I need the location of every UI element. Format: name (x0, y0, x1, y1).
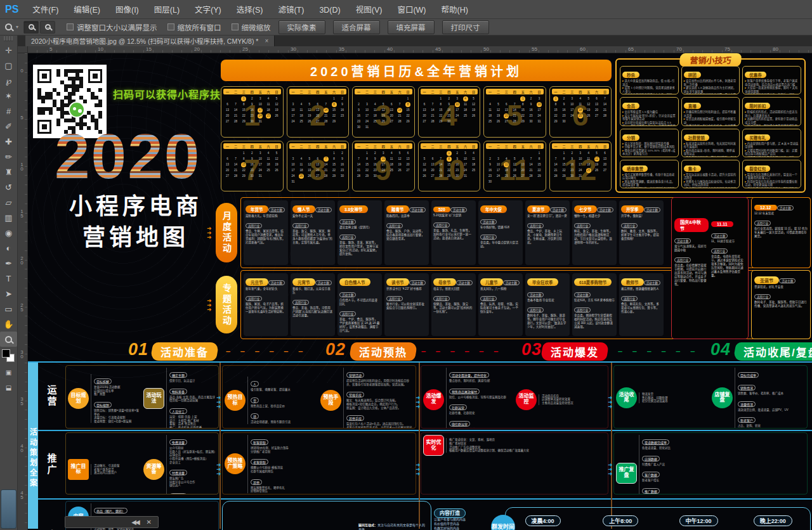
dodge-tool[interactable]: ◐ (0, 240, 17, 255)
option-button[interactable]: 实际像素 (278, 20, 325, 34)
tool-preset-caret-icon[interactable]: ▾ (16, 24, 18, 30)
month-days: 1234567891011121314151617181920212223242… (421, 96, 478, 124)
tip-bullet: ▸ 设立专属权益“积分+折扣”，针对会员设置等级专属营销活动 (622, 114, 676, 121)
zoom-in-button[interactable]: + (23, 21, 39, 34)
checkbox[interactable] (232, 23, 239, 30)
lasso-tool[interactable]: ℘ (0, 73, 17, 88)
pen-tool[interactable]: ✒ (0, 255, 17, 271)
day-cell: 15 (330, 107, 338, 113)
day-cell: 30 (248, 119, 256, 124)
checkbox[interactable] (167, 23, 174, 30)
weekday-label: 四 (513, 89, 516, 94)
menu-item[interactable]: 图层(L) (147, 6, 187, 15)
calendar-month: 一二三四五六日812345678910111213141516171819202… (287, 141, 350, 192)
mindmap-branch: 推广渠道优化：文案、素材、落地页推广素材优化活动推广广告位调整优化根据用户数据反… (449, 438, 606, 453)
zoom-tool[interactable] (0, 332, 17, 347)
tip-bullet: ▸ 开播前预告倒计时和利益点，提前不断蓄水造势 (684, 110, 738, 117)
branch-label: 货 (251, 398, 259, 403)
hand-tool[interactable]: ✋ (0, 316, 17, 332)
option-button[interactable]: 适合屏幕 (333, 20, 380, 34)
day-cell: 24 (256, 167, 265, 173)
checkbox[interactable] (67, 23, 74, 30)
brush-tool[interactable]: ✏ (0, 149, 17, 164)
menu-item[interactable]: 3D(D) (311, 6, 348, 15)
day-cell: 11 (388, 156, 396, 162)
row-label: 运营 (38, 363, 65, 430)
content-build: 内容打造让客户有参与感的内容有价值的干货内容有趣又好玩的内容紧贴社会热点内容 (434, 506, 500, 530)
day-cell: 18 (461, 107, 469, 113)
theme-key: 活动主题 (315, 280, 332, 285)
quick-mask-button[interactable]: ▣ (0, 365, 17, 380)
day-cell: 16 (527, 107, 535, 113)
crop-tool[interactable]: # (0, 103, 17, 119)
mindmap-branch: 老客获取唤醒公众号粉丝·模板消息社群专属福利预告 (251, 455, 414, 473)
theme-text: 双节气氛浓厚天，花好月圆迎中秋 (674, 245, 709, 252)
magic-wand-tool[interactable]: ✶ (0, 88, 17, 103)
day-cell: 8 (519, 101, 527, 107)
photoshop-window: PS 文件(F)编辑(E)图像(I)图层(L)文字(Y)选择(S)滤镜(T)3D… (0, 0, 812, 530)
option-checkbox-group: 调整窗口大小以满屏显示 (56, 22, 157, 32)
menu-item[interactable]: 编辑(E) (66, 6, 108, 15)
type-tool[interactable]: T (0, 271, 17, 286)
gradient-tool[interactable]: ▥ (0, 210, 17, 225)
planning-cell: 活动爆发活动全面放量，提升转化整点秒杀、限时折扣、满减/包邮预售商品尾款催付短信… (421, 365, 608, 429)
document-canvas[interactable]: 扫码可以获得小程序扶持 2020 小程序电商 营销地图 2020营销日历&全年营… (28, 53, 812, 530)
color-swatches[interactable] (0, 348, 17, 365)
weekday-label: 六 (530, 144, 533, 148)
screen-mode-button[interactable]: ⬓ (0, 380, 17, 395)
calendar-month: 一二三四五六日111234567891011121314151617181920… (483, 141, 546, 192)
calendar-weekday-row: 一二三四五六日 (223, 89, 281, 94)
vertical-ruler[interactable]: 051 01 52 02 53 03 54 04 5 (18, 53, 28, 530)
day-cell: 19 (494, 113, 502, 119)
option-button[interactable]: 填充屏幕 (388, 20, 435, 34)
menu-item[interactable]: 文字(Y) (187, 6, 229, 15)
menu-item[interactable]: 窗口(W) (390, 6, 433, 15)
event-card: 元旦节活动主题新年新气象，全年好彩头适用行业服饰、家居、电子产品等，抓住用户跨年… (244, 273, 288, 336)
panel-grip[interactable] (4, 36, 13, 41)
content-build-item: 让客户有参与感的内容 (434, 517, 500, 522)
weekday-label: 六 (267, 89, 270, 94)
blur-tool[interactable]: ◉ (0, 225, 17, 240)
day-cell: 26 (469, 113, 478, 119)
weekday-label: 二 (365, 144, 369, 148)
path-select-tool[interactable]: ➤ (0, 286, 17, 301)
history-brush-tool[interactable]: ↺ (0, 179, 17, 195)
theme-key: 活动主题 (527, 292, 544, 297)
option-button[interactable]: 打印尺寸 (442, 20, 489, 34)
tab-close-icon[interactable]: × (265, 37, 268, 44)
menu-item[interactable]: 视图(V) (348, 6, 390, 15)
theme-text: 遇见女神之魅（促销月） (339, 226, 380, 229)
menu-item[interactable]: 图像(I) (108, 6, 147, 15)
day-cell: 9 (355, 107, 363, 113)
theme-key: 活动主题 (456, 280, 473, 285)
row-label-text: 运营 (45, 385, 58, 408)
close-icon[interactable]: ✕ (147, 519, 152, 526)
foreground-color-swatch[interactable] (2, 349, 10, 358)
move-tool[interactable]: ✛ (0, 42, 17, 58)
menu-item[interactable]: 帮助(H) (434, 6, 476, 15)
collapse-icon[interactable]: ◀◀ (131, 519, 138, 526)
day-cell: 19 (305, 167, 313, 173)
horizontal-ruler[interactable]: 5101520253035404550556065707580 (18, 46, 812, 53)
healing-brush-tool[interactable]: ✚ (0, 134, 17, 149)
mindmap-group: 活动收尾物流发货售后跟进、问题处理积分兑换活动或返场 (616, 368, 709, 428)
shape-tool[interactable]: ▭ (0, 301, 17, 316)
marquee-tool[interactable]: ▢ (0, 58, 17, 73)
menu-item[interactable]: 文件(F) (25, 6, 66, 15)
zoom-out-button[interactable]: − (40, 21, 55, 34)
day-cell: 25 (469, 167, 478, 173)
day-cell: 29 (330, 119, 338, 124)
clone-stamp-tool[interactable]: ♜ (0, 164, 17, 179)
day-cell: 21 (322, 167, 330, 173)
tip-bullet: ▸ 利用好裂变红包和商品分享券的双重拉新活动，转化更直接可观 (745, 180, 799, 187)
menu-item[interactable]: 滤镜(T) (270, 6, 311, 15)
mindmap-branch: 物流发货售后跟进、问题处理积分兑换活动或返场 (642, 392, 709, 403)
eyedropper-tool[interactable]: ✐ (0, 119, 17, 134)
tip-label: 裂变红包 (745, 165, 770, 172)
eraser-tool[interactable]: ▱ (0, 195, 17, 210)
document-tab[interactable]: 2020小程序电商营销地图.jpg @ 12.5% (扫码可以获得小程序扶持, … (25, 36, 275, 46)
menu-item[interactable]: 选择(S) (229, 6, 271, 15)
day-cell: 19 (511, 167, 519, 173)
ruler-corner (18, 46, 28, 53)
branch-item: 付费推广投入产出 (642, 463, 805, 467)
